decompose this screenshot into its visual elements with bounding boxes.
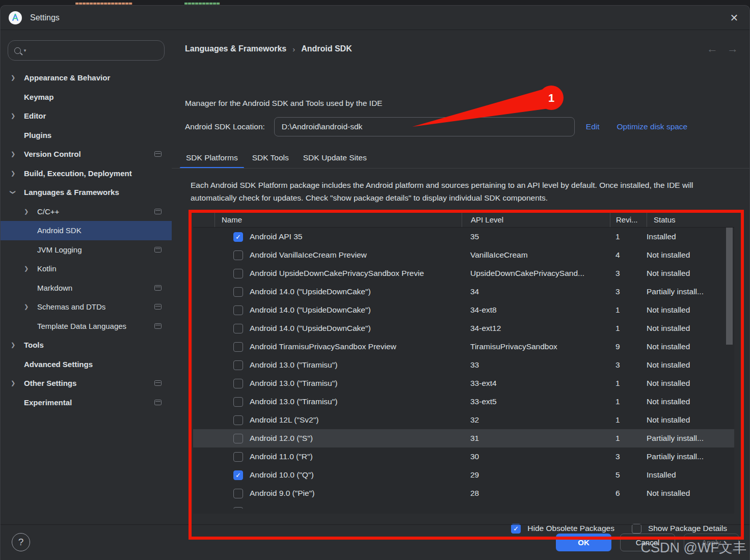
tabs-divider (172, 168, 749, 169)
table-row[interactable]: Android 13.0 ("Tiramisu")33-ext41Not ins… (193, 374, 734, 393)
checkbox-checked[interactable]: ✓ (233, 470, 243, 480)
breadcrumb: Languages & Frameworks › Android SDK (185, 44, 352, 53)
sidebar-item-jvm-logging[interactable]: JVM Logging (1, 240, 172, 260)
vertical-scrollbar[interactable] (726, 228, 733, 345)
table-row[interactable]: Android UpsideDownCakePrivacySandbox Pre… (193, 264, 734, 283)
sidebar-item-c-c-[interactable]: ❯C/C++ (1, 202, 172, 221)
table-row[interactable]: Android 12L ("Sv2")321Not installed (193, 411, 734, 429)
table-row[interactable]: Android TiramisuPrivacySandbox PreviewTi… (193, 338, 734, 356)
sdk-location-label: Android SDK Location: (185, 122, 265, 131)
android-studio-logo-icon (9, 11, 22, 24)
checkbox-unchecked[interactable] (233, 324, 243, 333)
table-row[interactable]: Android 13.0 ("Tiramisu")333Not installe… (193, 356, 734, 374)
ok-button[interactable]: OK (556, 534, 611, 551)
package-name: Android 10.0 ("Q") (250, 470, 314, 480)
chevron-right-icon[interactable]: ❯ (11, 113, 24, 119)
table-row[interactable]: Android 9.0 ("Pie")286Not installed (193, 484, 734, 502)
apply-button[interactable]: Apply (684, 534, 739, 551)
sidebar-item-languages-frameworks[interactable]: ❯Languages & Frameworks (1, 183, 172, 202)
close-icon[interactable]: ✕ (726, 10, 742, 26)
checkbox-unchecked[interactable] (233, 360, 243, 370)
table-row-partial[interactable] (193, 502, 734, 509)
sidebar-item-template-data-languages[interactable]: Template Data Languages (1, 317, 172, 336)
sidebar-item-version-control[interactable]: ❯Version Control (1, 145, 172, 164)
column-header-revision[interactable]: Revi... (610, 212, 647, 227)
sidebar-item-tools[interactable]: ❯Tools (1, 335, 172, 355)
cell-name: ✓Android API 35 (215, 232, 462, 242)
sidebar-item-kotlin[interactable]: ❯Kotlin (1, 259, 172, 278)
sdk-location-field[interactable]: D:\Android\android-sdk (274, 117, 575, 136)
tab-sdk-update-sites[interactable]: SDK Update Sites (296, 147, 374, 169)
cell-revision: 1 (610, 397, 647, 406)
table-row[interactable]: Android 14.0 ("UpsideDownCake")343Partia… (193, 283, 734, 301)
sidebar-item-keymap[interactable]: Keymap (1, 88, 172, 107)
sidebar-item-label: Plugins (24, 131, 51, 139)
sidebar-item-markdown[interactable]: Markdown (1, 278, 172, 298)
column-header-api-level[interactable]: API Level (462, 212, 610, 227)
package-name: Android 14.0 ("UpsideDownCake") (250, 287, 371, 296)
table-row[interactable]: Android 11.0 ("R")303Partially install..… (193, 447, 734, 466)
cell-revision: 3 (610, 287, 647, 296)
sidebar-item-other-settings[interactable]: ❯Other Settings (1, 374, 172, 393)
table-row[interactable]: Android VanillaIceCream PreviewVanillaIc… (193, 246, 734, 264)
checkbox-unchecked[interactable] (233, 489, 243, 498)
column-header-name[interactable]: Name (215, 212, 462, 227)
background-code-fragment: ▄▄▄▄▄▄▄▄▄▄ (184, 0, 220, 5)
tab-sdk-tools[interactable]: SDK Tools (245, 147, 296, 169)
history-nav: ← → (707, 42, 738, 55)
checkbox-unchecked[interactable] (233, 342, 243, 352)
chevron-right-icon[interactable]: ❯ (11, 342, 24, 348)
table-row[interactable]: Android 14.0 ("UpsideDownCake")34-ext81N… (193, 301, 734, 319)
sidebar-item-schemas-and-dtds[interactable]: ❯Schemas and DTDs (1, 297, 172, 317)
checkbox-unchecked[interactable] (233, 507, 243, 509)
sidebar-item-plugins[interactable]: Plugins (1, 126, 172, 145)
table-row[interactable]: ✓Android 10.0 ("Q")295Installed (193, 466, 734, 484)
cell-name: ✓Android 10.0 ("Q") (215, 470, 462, 480)
chevron-right-icon[interactable]: ❯ (24, 303, 37, 310)
optimize-disk-space-link[interactable]: Optimize disk space (617, 122, 688, 131)
table-row[interactable]: ✓Android API 35351Installed (193, 228, 734, 246)
checkbox-unchecked[interactable] (233, 287, 243, 297)
checkbox-unchecked[interactable] (233, 434, 243, 443)
chevron-right-icon[interactable]: ❯ (11, 74, 24, 81)
checkbox-checked[interactable]: ✓ (233, 232, 243, 242)
chevron-down-icon[interactable]: ❯ (11, 189, 24, 195)
sidebar-item-advanced-settings[interactable]: Advanced Settings (1, 355, 172, 374)
table-row[interactable]: Android 14.0 ("UpsideDownCake")34-ext121… (193, 319, 734, 338)
package-name: Android 13.0 ("Tiramisu") (250, 379, 337, 388)
sidebar-item-experimental[interactable]: Experimental (1, 393, 172, 412)
sidebar-item-android-sdk[interactable]: Android SDK (1, 221, 172, 240)
checkbox-unchecked[interactable] (233, 397, 243, 407)
column-header-status[interactable]: Status (647, 212, 734, 227)
checkbox-unchecked[interactable] (233, 415, 243, 425)
back-arrow-icon[interactable]: ← (707, 42, 718, 55)
search-input[interactable]: ▼ (8, 40, 165, 61)
tab-sdk-platforms[interactable]: SDK Platforms (179, 147, 245, 169)
sidebar-item-build-execution-deployment[interactable]: ❯Build, Execution, Deployment (1, 164, 172, 183)
chevron-right-icon[interactable]: ❯ (24, 208, 37, 215)
help-icon[interactable]: ? (12, 533, 30, 551)
edit-link[interactable]: Edit (586, 122, 600, 131)
checkbox-unchecked[interactable] (233, 305, 243, 315)
checkbox-unchecked[interactable] (233, 269, 243, 278)
breadcrumb-parent[interactable]: Languages & Frameworks (185, 44, 286, 53)
checkbox-unchecked[interactable] (233, 379, 243, 388)
background-editor-strip: ▄▄▄▄▄▄▄▄▄▄▄▄▄▄▄▄ ▄▄▄▄▄▄▄▄▄▄ (0, 0, 750, 5)
table-row[interactable]: Android 13.0 ("Tiramisu")33-ext51Not ins… (193, 393, 734, 411)
chevron-right-icon[interactable]: ❯ (11, 380, 24, 386)
table-row[interactable]: Android 12.0 ("S")311Partially install..… (193, 429, 734, 447)
sidebar-item-appearance-behavior[interactable]: ❯Appearance & Behavior (1, 68, 172, 88)
forward-arrow-icon[interactable]: → (727, 42, 738, 55)
checkbox-unchecked[interactable] (233, 250, 243, 260)
chevron-right-icon[interactable]: ❯ (11, 170, 24, 177)
cell-revision: 1 (610, 379, 647, 388)
cell-name: Android 14.0 ("UpsideDownCake") (215, 305, 462, 315)
cancel-button[interactable]: Cancel (620, 534, 675, 551)
cell-name (215, 507, 462, 509)
annotation-number: 1 (548, 92, 554, 104)
chevron-right-icon[interactable]: ❯ (24, 265, 37, 272)
sidebar-item-editor[interactable]: ❯Editor (1, 106, 172, 126)
checkbox-unchecked[interactable] (233, 452, 243, 462)
chevron-right-icon[interactable]: ❯ (11, 151, 24, 157)
settings-window: ▄▄▄▄▄▄▄▄▄▄▄▄▄▄▄▄ ▄▄▄▄▄▄▄▄▄▄ Settings ✕ ▼ (0, 0, 750, 560)
